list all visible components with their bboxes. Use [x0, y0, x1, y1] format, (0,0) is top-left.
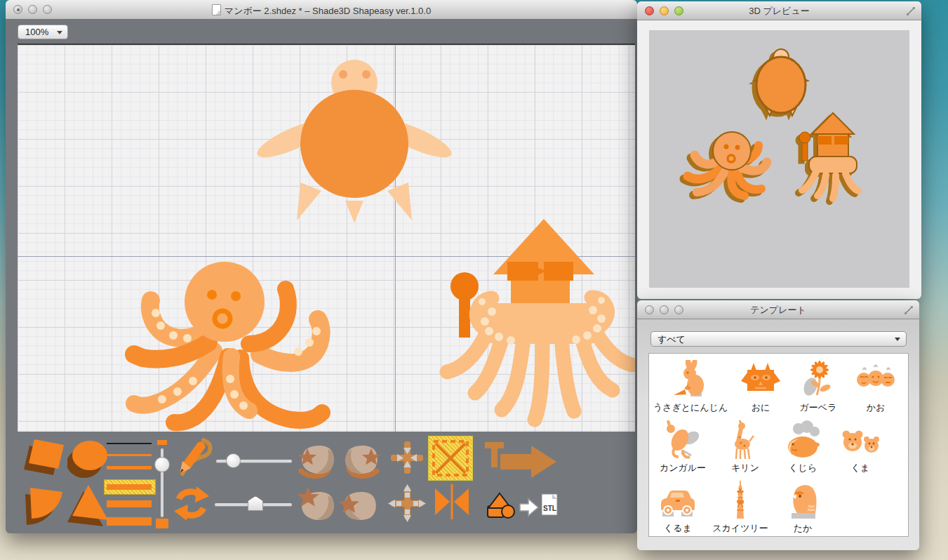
- skytree-icon: [721, 481, 760, 520]
- faces-icon: [856, 360, 895, 399]
- template-item-giraffe[interactable]: キリン: [716, 418, 774, 474]
- kangaroo-icon: [663, 420, 702, 460]
- octopus-shape[interactable]: [134, 262, 322, 422]
- carve-star-left-tool[interactable]: [297, 439, 338, 481]
- delete-selection-tool[interactable]: [428, 436, 473, 481]
- template-item-faces[interactable]: かお: [847, 358, 904, 414]
- stamp-star-left-tool[interactable]: [297, 484, 338, 524]
- main-window: マンボー 2.shdez * – Shade3D Shapeasy ver.1.…: [6, 0, 637, 533]
- desktop: { "main_window": { "title": "マンボー 2.shde…: [0, 0, 948, 560]
- template-item-rabbit-carrot[interactable]: うさぎとにんじん: [649, 358, 732, 414]
- main-titlebar[interactable]: マンボー 2.shdez * – Shade3D Shapeasy ver.1.…: [6, 0, 637, 20]
- chevron-down-icon: [895, 338, 900, 341]
- template-item-label: おに: [752, 401, 770, 414]
- line-width-1[interactable]: [107, 443, 152, 444]
- turtle-3d: [754, 49, 808, 116]
- template-item-label: くるま: [664, 522, 692, 535]
- octopus-3d: [688, 132, 767, 196]
- preview-title: 3D プレビュー: [637, 5, 921, 18]
- line-width-4-selected[interactable]: [104, 479, 156, 495]
- line-width-3[interactable]: [107, 466, 152, 469]
- category-dropdown[interactable]: すべて: [650, 331, 907, 347]
- expand-icon[interactable]: [906, 6, 916, 16]
- template-titlebar[interactable]: テンプレート: [637, 300, 919, 319]
- template-item-oni[interactable]: おに: [732, 358, 789, 414]
- shape-box-tool[interactable]: [23, 436, 68, 481]
- thickness-slider-knob[interactable]: [154, 457, 170, 472]
- rotate-tool[interactable]: [171, 485, 212, 523]
- whale-icon: [783, 420, 822, 460]
- template-window: テンプレート すべて うさぎとにんじんおにガーベラかおカンガルーキリンくじらくま…: [637, 300, 919, 550]
- template-item-label: ガーベラ: [800, 401, 837, 414]
- squid-3d: [799, 113, 858, 199]
- line-width-6[interactable]: [107, 517, 152, 526]
- zoom-value: 100%: [25, 27, 48, 37]
- gerbera-icon: [799, 360, 838, 399]
- smooth-slider[interactable]: [216, 460, 292, 462]
- text-extrude-tool[interactable]: [485, 439, 561, 481]
- turtle-shape[interactable]: [253, 60, 456, 223]
- chevron-down-icon: [57, 31, 62, 34]
- line-width-5[interactable]: [107, 500, 152, 507]
- preview-window: 3D プレビュー: [637, 1, 921, 299]
- template-item-label: かお: [867, 401, 886, 414]
- template-grid: うさぎとにんじんおにガーベラかおカンガルーキリンくじらくまくるまスカイツリーたか: [648, 353, 909, 537]
- draw-pencil-tool[interactable]: [173, 437, 213, 478]
- template-item-hawk[interactable]: たか: [774, 479, 832, 535]
- template-item-kangaroo[interactable]: カンガルー: [649, 418, 716, 474]
- top-toolbar: 100%: [6, 19, 637, 44]
- template-item-label: うさぎとにんじん: [653, 401, 728, 414]
- template-item-label: スカイツリー: [712, 522, 768, 535]
- drawing-canvas[interactable]: [18, 44, 635, 433]
- document-icon: [212, 4, 221, 15]
- squid-shape[interactable]: [447, 219, 632, 420]
- rabbit-carrot-icon: [671, 360, 710, 399]
- tool-palette: STL: [6, 432, 637, 533]
- template-item-label: キリン: [731, 462, 759, 474]
- preview-3d-viewport[interactable]: [649, 30, 909, 288]
- template-item-label: カンガルー: [660, 462, 706, 474]
- stl-label: STL: [543, 505, 556, 512]
- bears-icon: [841, 420, 880, 460]
- hawk-icon: [783, 481, 822, 520]
- line-width-2[interactable]: [107, 454, 152, 456]
- oni-icon: [741, 360, 780, 399]
- smooth-slider-knob[interactable]: [226, 453, 241, 468]
- line-width-selector: [104, 443, 154, 535]
- car-icon: [658, 481, 697, 520]
- height-slider-knob[interactable]: [248, 496, 263, 511]
- template-item-label: くま: [851, 462, 870, 474]
- template-item-gerbera[interactable]: ガーベラ: [789, 358, 847, 414]
- export-stl-tool[interactable]: STL: [486, 492, 558, 524]
- category-value: すべて: [657, 334, 686, 345]
- enlarge-tool[interactable]: [387, 483, 427, 524]
- template-item-label: くじら: [789, 462, 817, 474]
- zoom-dropdown[interactable]: 100%: [18, 25, 68, 39]
- shape-wedge-tool[interactable]: [23, 482, 68, 527]
- shrink-tool[interactable]: [387, 437, 427, 478]
- expand-icon[interactable]: [904, 305, 914, 315]
- giraffe-icon: [726, 420, 765, 460]
- carve-star-right-tool[interactable]: [340, 439, 381, 481]
- height-slider[interactable]: [215, 503, 292, 506]
- thickness-slider[interactable]: [153, 437, 171, 530]
- stamp-star-right-tool[interactable]: [339, 484, 380, 524]
- window-title: マンボー 2.shdez * – Shade3D Shapeasy ver.1.…: [6, 4, 637, 18]
- template-item-skytree[interactable]: スカイツリー: [707, 479, 774, 535]
- template-item-label: たか: [794, 522, 813, 535]
- template-item-bears[interactable]: くま: [832, 418, 889, 474]
- mirror-tool[interactable]: [432, 484, 472, 519]
- preview-titlebar[interactable]: 3D プレビュー: [637, 1, 921, 20]
- template-item-whale[interactable]: くじら: [774, 418, 832, 474]
- template-item-car[interactable]: くるま: [649, 479, 707, 535]
- template-title: テンプレート: [637, 304, 919, 316]
